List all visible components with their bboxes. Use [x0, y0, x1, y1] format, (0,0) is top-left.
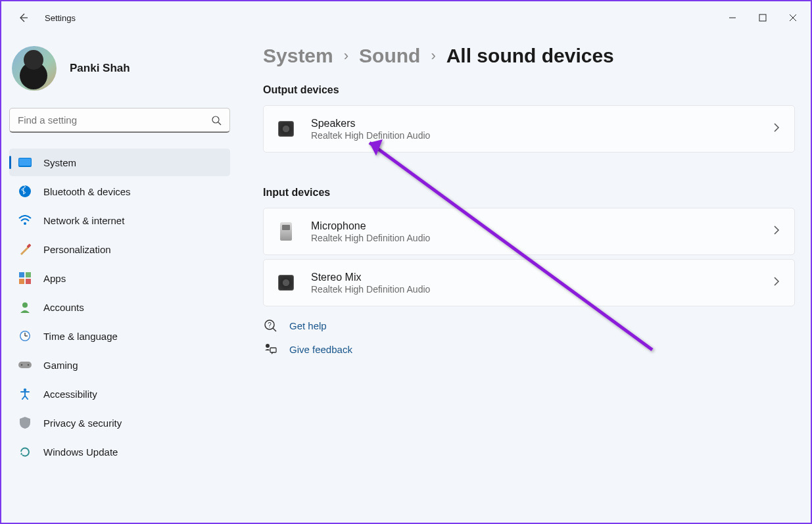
close-button[interactable] [778, 7, 808, 29]
search-wrap [9, 108, 230, 133]
maximize-button[interactable] [748, 7, 778, 29]
sidebar-item-label: Time & language [43, 331, 118, 342]
device-title: Microphone [311, 220, 773, 232]
avatar [12, 46, 57, 91]
svg-rect-11 [19, 272, 24, 277]
arrow-left-icon [18, 12, 28, 23]
clock-icon [18, 329, 32, 343]
bluetooth-icon [18, 185, 32, 198]
titlebar: Settings [1, 1, 811, 34]
svg-point-23 [24, 389, 26, 391]
shield-icon [18, 416, 32, 429]
maximize-icon [759, 14, 767, 22]
device-subtitle: Realtek High Definition Audio [311, 233, 773, 243]
svg-point-21 [21, 364, 23, 366]
sidebar-item-label: Network & internet [43, 215, 124, 226]
sidebar-item-time-language[interactable]: Time & language [9, 322, 230, 350]
chevron-right-icon [773, 225, 780, 238]
sidebar-item-network[interactable]: Network & internet [9, 206, 230, 234]
search-icon [211, 115, 222, 126]
speaker-icon [278, 121, 294, 137]
card-texts: Stereo Mix Realtek High Definition Audio [311, 272, 773, 295]
give-feedback-link[interactable]: Give feedback [289, 344, 352, 355]
svg-point-4 [212, 116, 219, 123]
get-help-link[interactable]: Get help [289, 320, 327, 331]
sidebar-item-personalization[interactable]: Personalization [9, 235, 230, 263]
chevron-right-icon [773, 276, 780, 289]
svg-rect-27 [270, 348, 276, 352]
sidebar-item-gaming[interactable]: Gaming [9, 351, 230, 379]
device-subtitle: Realtek High Definition Audio [311, 284, 773, 295]
svg-rect-13 [19, 279, 24, 284]
device-title: Stereo Mix [311, 272, 773, 283]
card-texts: Speakers Realtek High Definition Audio [311, 118, 773, 141]
svg-rect-20 [18, 362, 32, 368]
breadcrumb-sound[interactable]: Sound [359, 45, 420, 67]
minimize-icon [728, 14, 736, 22]
search-field[interactable] [18, 114, 211, 126]
svg-rect-12 [26, 272, 31, 277]
update-icon [18, 445, 32, 458]
page-title: All sound devices [446, 45, 614, 67]
sidebar-item-label: Gaming [43, 360, 78, 371]
apps-icon [18, 272, 32, 285]
svg-point-15 [22, 302, 28, 308]
svg-rect-14 [26, 279, 31, 284]
person-icon [18, 300, 32, 314]
svg-rect-7 [19, 158, 31, 166]
device-card-speakers[interactable]: Speakers Realtek High Definition Audio [263, 105, 795, 153]
back-button[interactable] [13, 8, 33, 28]
search-input[interactable] [9, 108, 230, 133]
svg-point-22 [28, 364, 30, 366]
sidebar: Panki Shah System Bluetooth & devices Ne… [1, 34, 237, 523]
device-title: Speakers [311, 118, 773, 130]
microphone-icon [280, 222, 292, 241]
window-controls [717, 7, 808, 29]
output-devices-heading: Output devices [263, 84, 795, 96]
svg-point-26 [266, 344, 270, 348]
sidebar-item-label: Bluetooth & devices [43, 186, 131, 197]
get-help-row[interactable]: ? Get help [263, 318, 795, 333]
sidebar-item-label: Windows Update [43, 446, 118, 458]
breadcrumb-system[interactable]: System [263, 45, 333, 67]
svg-rect-1 [759, 14, 766, 21]
card-texts: Microphone Realtek High Definition Audio [311, 220, 773, 243]
svg-point-9 [24, 222, 26, 225]
chevron-right-icon: › [431, 47, 435, 64]
profile-block[interactable]: Panki Shah [9, 41, 230, 104]
minimize-button[interactable] [717, 7, 748, 29]
svg-text:?: ? [268, 322, 272, 329]
sidebar-item-accounts[interactable]: Accounts [9, 293, 230, 321]
breadcrumb: System › Sound › All sound devices [263, 45, 795, 67]
sidebar-item-label: Apps [43, 273, 66, 284]
sidebar-item-apps[interactable]: Apps [9, 264, 230, 292]
sidebar-item-label: Personalization [43, 244, 111, 255]
give-feedback-row[interactable]: Give feedback [263, 342, 795, 356]
sidebar-item-windows-update[interactable]: Windows Update [9, 438, 230, 465]
device-card-stereo-mix[interactable]: Stereo Mix Realtek High Definition Audio [263, 259, 795, 306]
system-icon [18, 156, 32, 169]
sidebar-item-bluetooth[interactable]: Bluetooth & devices [9, 178, 230, 205]
chevron-right-icon: › [344, 47, 348, 64]
sidebar-item-system[interactable]: System [9, 149, 230, 176]
sidebar-item-privacy[interactable]: Privacy & security [9, 409, 230, 437]
sidebar-item-accessibility[interactable]: Accessibility [9, 380, 230, 408]
nav: System Bluetooth & devices Network & int… [9, 149, 230, 465]
stereo-mix-icon [278, 275, 294, 291]
profile-name: Panki Shah [70, 62, 130, 75]
wifi-icon [18, 214, 32, 227]
sidebar-item-label: Privacy & security [43, 417, 122, 429]
accessibility-icon [18, 387, 32, 400]
chevron-right-icon [773, 122, 780, 135]
gamepad-icon [18, 358, 32, 371]
sidebar-item-label: Accessibility [43, 389, 97, 400]
device-card-microphone[interactable]: Microphone Realtek High Definition Audio [263, 208, 795, 255]
close-icon [789, 14, 797, 22]
input-devices-heading: Input devices [263, 187, 795, 199]
device-subtitle: Realtek High Definition Audio [311, 130, 773, 141]
main-content: System › Sound › All sound devices Outpu… [237, 34, 811, 523]
window-title: Settings [45, 13, 76, 23]
help-icon: ? [263, 318, 277, 333]
svg-line-5 [218, 122, 221, 125]
sidebar-item-label: System [43, 157, 76, 168]
